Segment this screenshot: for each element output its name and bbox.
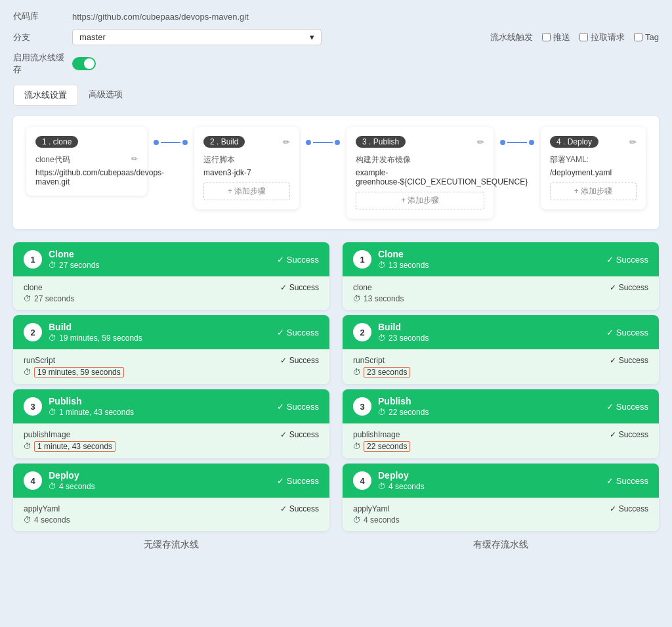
result-stage-name: Build (378, 322, 429, 332)
check-icon-small: ✓ (280, 504, 287, 513)
check-icon: ✓ (277, 328, 284, 337)
build-edit-icon[interactable]: ✏ (283, 137, 290, 147)
result-header-left: 3Publish⏱1 minute, 43 seconds (24, 396, 134, 417)
publish-add-step[interactable]: + 添加步骤 (356, 192, 484, 209)
status-text: Success (616, 328, 648, 337)
check-icon: ✓ (606, 328, 614, 337)
cache-toggle[interactable] (72, 57, 96, 70)
step-circle: 1 (24, 250, 42, 269)
check-icon-small: ✓ (280, 430, 287, 439)
deploy-edit-icon[interactable]: ✏ (629, 137, 637, 147)
detail-status: ✓ Success (280, 504, 319, 513)
publish-edit-icon[interactable]: ✏ (477, 137, 484, 147)
result-status: ✓Success (277, 476, 319, 486)
result-title-block: Clone⏱13 seconds (378, 249, 429, 270)
status-text: Success (287, 476, 319, 486)
result-body: clone✓ Success⏱27 seconds (13, 276, 329, 310)
right-result-column: 1Clone⏱13 seconds✓Successclone✓ Success⏱… (343, 242, 659, 551)
result-stage-name: Build (49, 322, 142, 332)
detail-status: ✓ Success (610, 283, 648, 292)
step-circle: 2 (24, 323, 42, 341)
branch-select[interactable]: master ▾ (72, 29, 322, 45)
detail-name: clone (353, 283, 372, 292)
result-card-clone: 1Clone⏱27 seconds✓Successclone✓ Success⏱… (13, 242, 329, 310)
publish-image-value: example-greenhouse-${CICD_EXECUTION_SEQU… (356, 168, 484, 186)
result-stage-name: Deploy (49, 470, 95, 481)
branch-label: 分支 (13, 32, 72, 43)
check-icon-small: ✓ (610, 504, 616, 513)
tab-advanced[interactable]: 高级选项 (78, 85, 133, 106)
step-circle: 3 (24, 397, 42, 416)
push-checkbox-input[interactable] (542, 33, 551, 41)
time-value: 13 seconds (388, 261, 429, 270)
clock-icon-small: ⏱ (353, 294, 361, 303)
trigger-pr-checkbox[interactable]: 拉取请求 (579, 32, 625, 43)
deploy-add-step[interactable]: + 添加步骤 (550, 183, 637, 200)
result-stage-name: Clone (49, 249, 99, 259)
result-body: publishImage✓ Success⏱1 minute, 43 secon… (13, 423, 329, 458)
connector-1-2 (147, 127, 194, 145)
result-header-left: 4Deploy⏱4 seconds (353, 470, 425, 491)
clock-icon: ⏱ (378, 261, 386, 270)
build-script-label: 运行脚本 (203, 154, 290, 165)
detail-time-row: ⏱1 minute, 43 seconds (24, 441, 319, 452)
clock-icon-small: ⏱ (24, 442, 32, 451)
tab-pipeline-settings[interactable]: 流水线设置 (13, 85, 78, 106)
time-value: 22 seconds (388, 408, 429, 417)
result-stage-name: Clone (378, 249, 429, 259)
dot-left (154, 140, 159, 145)
result-body: clone✓ Success⏱13 seconds (343, 276, 659, 310)
trigger-tag-checkbox[interactable]: Tag (634, 32, 659, 42)
result-header-left: 1Clone⏱27 seconds (24, 249, 99, 270)
publish-image-label: 构建并发布镜像 (356, 154, 484, 165)
tag-checkbox-input[interactable] (634, 33, 642, 41)
push-label: 推送 (553, 32, 570, 43)
stage-clone-badge: 1 . clone (35, 136, 78, 148)
stage-clone: 1 . clone clone代码 ✏ https://github.com/c… (26, 127, 147, 196)
check-icon-small: ✓ (610, 430, 616, 439)
result-detail-row: publishImage✓ Success⏱1 minute, 43 secon… (24, 430, 319, 452)
result-detail-row: publishImage✓ Success⏱22 seconds (353, 430, 648, 452)
cache-toggle-row: 启用流水线缓存 (13, 52, 659, 76)
result-header-deploy: 4Deploy⏱4 seconds✓Success (13, 464, 329, 498)
detail-time-row: ⏱22 seconds (353, 441, 648, 452)
stage-deploy-header: 4 . Deploy ✏ (550, 136, 637, 148)
status-text: Success (616, 402, 648, 412)
result-body: runScript✓ Success⏱23 seconds (343, 349, 659, 384)
trigger-section: 流水线触发 推送 拉取请求 Tag (490, 32, 659, 43)
detail-name: applyYaml (353, 504, 389, 513)
stage-build-header: 2 . Build ✏ (203, 136, 290, 148)
clone-edit-icon[interactable]: ✏ (131, 154, 138, 163)
result-card-deploy: 4Deploy⏱4 seconds✓SuccessapplyYaml✓ Succ… (343, 464, 659, 531)
result-detail-row: runScript✓ Success⏱23 seconds (353, 356, 648, 378)
pr-checkbox-input[interactable] (579, 33, 588, 41)
clone-label: clone代码 ✏ (35, 154, 138, 165)
branch-row: 分支 master ▾ 流水线触发 推送 拉取请求 Tag (13, 29, 659, 45)
tab-bar: 流水线设置 高级选项 (13, 85, 659, 106)
result-status: ✓Success (277, 255, 319, 265)
result-time: ⏱27 seconds (49, 261, 99, 270)
build-add-step[interactable]: + 添加步骤 (203, 183, 290, 200)
result-title-block: Publish⏱1 minute, 43 seconds (49, 396, 134, 417)
connector-2-3 (299, 127, 346, 145)
result-title-block: Build⏱19 minutes, 59 seconds (49, 322, 142, 343)
result-card-build: 2Build⏱23 seconds✓SuccessrunScript✓ Succ… (343, 315, 659, 384)
result-detail-row: applyYaml✓ Success⏱4 seconds (24, 504, 319, 525)
result-card-build: 2Build⏱19 minutes, 59 seconds✓Successrun… (13, 315, 329, 384)
repo-label: 代码库 (13, 11, 72, 22)
clock-icon: ⏱ (49, 408, 56, 417)
stage-publish-header: 3 . Publish ✏ (356, 136, 484, 148)
detail-name: publishImage (24, 430, 70, 439)
repo-url: https://github.com/cubepaas/devops-maven… (72, 12, 249, 22)
result-body: applyYaml✓ Success⏱4 seconds (13, 498, 329, 531)
result-detail-row: clone✓ Success⏱13 seconds (353, 283, 648, 303)
trigger-push-checkbox[interactable]: 推送 (542, 32, 570, 43)
build-script-value: maven3-jdk-7 (203, 168, 290, 177)
time-highlight: 1 minute, 43 seconds (34, 441, 116, 452)
detail-time-row: ⏱4 seconds (353, 515, 648, 525)
result-header-left: 3Publish⏱22 seconds (353, 396, 429, 417)
cache-label: 启用流水线缓存 (13, 52, 72, 76)
time-highlight: 23 seconds (364, 367, 410, 378)
page-container: 代码库 https://github.com/cubepaas/devops-m… (0, 0, 672, 627)
check-icon: ✓ (606, 255, 614, 265)
